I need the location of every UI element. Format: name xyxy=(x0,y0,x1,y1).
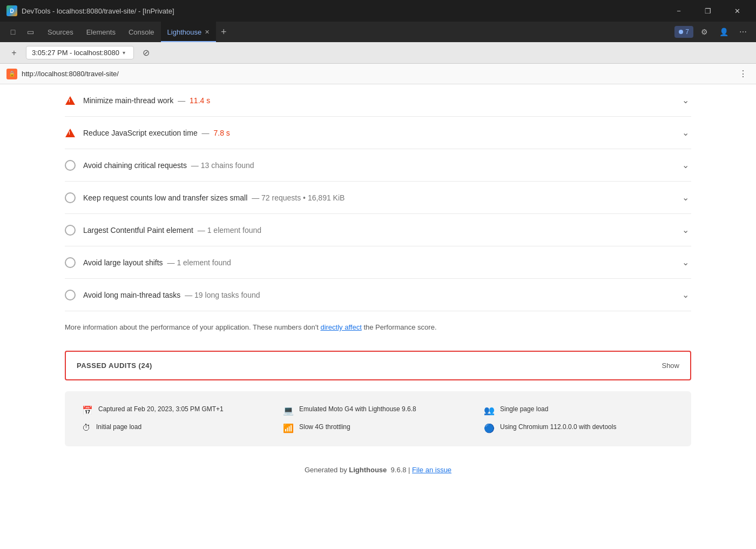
address-display[interactable]: 3:05:27 PM - localhost:8080 ▾ xyxy=(26,46,134,59)
initial-page-load: Initial page load xyxy=(96,422,141,432)
address-bar-row: + 3:05:27 PM - localhost:8080 ▾ ⊘ xyxy=(0,42,756,64)
site-url: http://localhost:8080/travel-site/ xyxy=(22,70,119,78)
tab-bar-right: 7 ⚙ 👤 ⋯ xyxy=(674,23,752,41)
audit-item-lcp-element: Largest Contentful Paint element — 1 ele… xyxy=(65,214,691,246)
file-issue-link[interactable]: File an issue xyxy=(412,466,451,474)
title-bar: D DevTools - localhost:8080/travel-site/… xyxy=(0,0,756,22)
tab-list: Sources Elements Console Lighthouse ✕ + xyxy=(41,22,231,42)
settings-icon[interactable]: ⚙ xyxy=(696,23,713,41)
window-title: DevTools - localhost:8080/travel-site/ -… xyxy=(22,7,174,15)
footer-info-box: 📅 Captured at Feb 20, 2023, 3:05 PM GMT+… xyxy=(65,391,691,446)
audit-value: 11.4 s xyxy=(190,96,210,105)
browser-icon: 🔵 xyxy=(484,423,495,433)
tab-elements[interactable]: Elements xyxy=(80,22,122,42)
audit-title: Minimize main-thread work — 11.4 s xyxy=(83,96,210,105)
maximize-button[interactable]: ❐ xyxy=(696,0,720,22)
audit-value: 7.8 s xyxy=(213,129,230,137)
address-time: 3:05:27 PM xyxy=(32,49,68,57)
audit-title: Avoid chaining critical requests — 13 ch… xyxy=(83,161,254,170)
show-button[interactable]: Show xyxy=(662,361,679,370)
audit-value: — 13 chains found xyxy=(191,161,254,170)
error-icon xyxy=(65,95,76,106)
info-row-initial-load: ⏱ Initial page load xyxy=(82,422,272,433)
expand-icon[interactable]: ⌄ xyxy=(680,287,691,302)
tab-bar: □ ▭ Sources Elements Console Lighthouse … xyxy=(0,22,756,42)
audit-title: Avoid large layout shifts — 1 element fo… xyxy=(83,258,231,267)
expand-icon[interactable]: ⌄ xyxy=(680,190,691,205)
emulated-device: Emulated Moto G4 with Lighthouse 9.6.8 xyxy=(299,404,416,414)
expand-icon[interactable]: ⌄ xyxy=(680,93,691,108)
expand-icon[interactable]: ⌄ xyxy=(680,223,691,237)
app-icon: D xyxy=(6,5,17,16)
audit-title: Avoid long main-thread tasks — 19 long t… xyxy=(83,291,260,299)
directly-affect-link[interactable]: directly affect xyxy=(320,323,361,331)
audit-item-avoid-chaining: Avoid chaining critical requests — 13 ch… xyxy=(65,149,691,182)
audit-title: Largest Contentful Paint element — 1 ele… xyxy=(83,226,261,235)
notification-button[interactable]: 7 xyxy=(674,26,693,38)
info-row-captured: 📅 Captured at Feb 20, 2023, 3:05 PM GMT+… xyxy=(82,404,272,416)
add-tab-button[interactable]: + xyxy=(216,24,231,39)
info-row-single-page: 👥 Single page load xyxy=(484,404,674,416)
chromium-info: Using Chromium 112.0.0.0 with devtools xyxy=(500,422,616,432)
new-tab-button[interactable]: + xyxy=(6,45,22,61)
single-page-load: Single page load xyxy=(500,404,548,414)
more-options-button[interactable]: ⋮ xyxy=(737,66,750,81)
window-controls: − ❐ ✕ xyxy=(666,0,750,22)
audit-value: — 72 requests • 16,891 KiB xyxy=(252,193,345,202)
audit-value: — 19 long tasks found xyxy=(185,291,260,299)
close-button[interactable]: ✕ xyxy=(725,0,750,22)
tab-sources[interactable]: Sources xyxy=(41,22,80,42)
audit-item-reduce-js: Reduce JavaScript execution time — 7.8 s… xyxy=(65,117,691,149)
users-icon: 👥 xyxy=(484,405,495,416)
tab-lighthouse[interactable]: Lighthouse ✕ xyxy=(161,22,217,42)
notification-dot xyxy=(679,30,683,34)
laptop-icon: 💻 xyxy=(283,405,294,416)
address-url: localhost:8080 xyxy=(74,49,119,57)
main-content: Minimize main-thread work — 11.4 s ⌄ Red… xyxy=(0,84,756,549)
audit-item-request-counts: Keep request counts low and transfer siz… xyxy=(65,182,691,214)
expand-icon[interactable]: ⌄ xyxy=(680,158,691,172)
tab-close-icon[interactable]: ✕ xyxy=(205,29,210,36)
content-scroll[interactable]: Minimize main-thread work — 11.4 s ⌄ Red… xyxy=(0,84,756,549)
wifi-icon: 📶 xyxy=(283,423,294,433)
site-favicon: 🔒 xyxy=(6,69,17,79)
audit-title: Keep request counts low and transfer siz… xyxy=(83,193,345,202)
info-icon xyxy=(65,225,76,236)
audit-title: Reduce JavaScript execution time — 7.8 s xyxy=(83,129,230,137)
audit-value: — 1 element found xyxy=(167,258,231,267)
audit-item-avoid-long-tasks: Avoid long main-thread tasks — 19 long t… xyxy=(65,279,691,311)
device-icon[interactable]: ▭ xyxy=(22,23,39,41)
generated-footer: Generated by Lighthouse 9.6.8 | File an … xyxy=(65,457,691,485)
info-icon xyxy=(65,290,76,300)
stop-icon[interactable]: ⊘ xyxy=(138,45,153,61)
info-icon xyxy=(65,160,76,171)
audit-value: — 1 element found xyxy=(198,226,261,235)
favicon-bar: 🔒 http://localhost:8080/travel-site/ ⋮ xyxy=(0,64,756,84)
throttling-info: Slow 4G throttling xyxy=(299,422,350,432)
notification-count: 7 xyxy=(685,28,689,36)
audit-item-minimize-main-thread: Minimize main-thread work — 11.4 s ⌄ xyxy=(65,84,691,117)
passed-audits-section[interactable]: PASSED AUDITS (24) Show xyxy=(65,351,691,380)
audit-item-avoid-layout-shifts: Avoid large layout shifts — 1 element fo… xyxy=(65,246,691,279)
expand-icon[interactable]: ⌄ xyxy=(680,125,691,140)
timer-icon: ⏱ xyxy=(82,423,91,433)
info-icon xyxy=(65,192,76,203)
address-chevron-icon: ▾ xyxy=(123,50,125,56)
expand-icon[interactable]: ⌄ xyxy=(680,255,691,270)
error-icon xyxy=(65,128,76,138)
info-icon xyxy=(65,257,76,268)
lighthouse-brand: Lighthouse xyxy=(349,466,387,474)
minimize-button[interactable]: − xyxy=(666,0,691,22)
passed-audits-label: PASSED AUDITS (24) xyxy=(77,361,152,370)
captured-at: Captured at Feb 20, 2023, 3:05 PM GMT+1 xyxy=(98,404,224,414)
calendar-icon: 📅 xyxy=(82,405,93,416)
profile-icon[interactable]: 👤 xyxy=(715,23,732,41)
tab-console[interactable]: Console xyxy=(122,22,161,42)
info-row-chromium: 🔵 Using Chromium 112.0.0.0 with devtools xyxy=(484,422,674,433)
info-row-throttling: 📶 Slow 4G throttling xyxy=(283,422,473,433)
info-text: More information about the performance o… xyxy=(65,311,691,344)
inspect-icon[interactable]: □ xyxy=(4,23,22,41)
more-options-icon[interactable]: ⋯ xyxy=(734,23,752,41)
info-row-emulated: 💻 Emulated Moto G4 with Lighthouse 9.6.8 xyxy=(283,404,473,416)
